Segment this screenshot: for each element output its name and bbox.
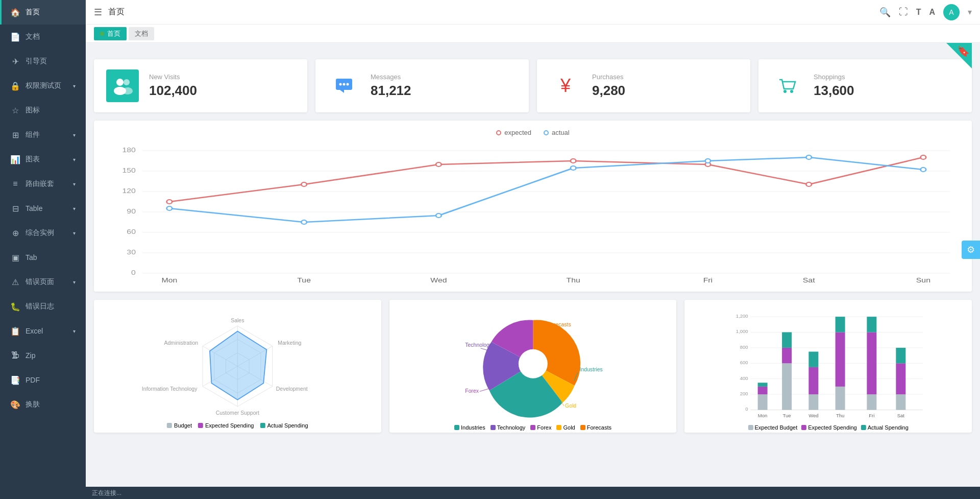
arrow-icon-4: ▾	[73, 181, 76, 187]
svg-text:Tue: Tue	[783, 413, 791, 418]
language-icon[interactable]: A	[929, 8, 935, 17]
purchases-value: 9,280	[592, 83, 625, 99]
svg-point-6	[343, 83, 346, 86]
svg-text:180: 180	[122, 147, 136, 154]
chevron-down-icon[interactable]: ▾	[968, 7, 972, 17]
sidebar-item-excel[interactable]: 📋 Excel ▾	[0, 319, 86, 343]
sidebar-item-tab[interactable]: ▣ Tab	[0, 245, 86, 270]
corner-bookmark-icon: 🔖	[957, 45, 970, 57]
svg-rect-94	[809, 367, 819, 394]
legend-expected-label: expected	[504, 129, 531, 136]
sidebar-item-theme[interactable]: 🎨 换肤	[0, 392, 86, 417]
text-size-icon[interactable]: T	[916, 8, 921, 17]
visits-icon-box	[106, 69, 139, 102]
arrow-icon-8: ▾	[73, 328, 76, 334]
cart-icon	[777, 76, 797, 96]
tab-docs[interactable]: 文档	[129, 27, 154, 40]
sidebar-item-charts[interactable]: 📊 图表 ▾	[0, 147, 86, 172]
sidebar-item-pdf[interactable]: 📑 PDF	[0, 368, 86, 392]
svg-text:Thu: Thu	[836, 413, 844, 418]
tab-home[interactable]: 首页	[94, 27, 127, 40]
actual-legend-label: Actual Spending	[267, 422, 308, 429]
svg-text:30: 30	[127, 249, 136, 256]
sidebar-label-error-page: 错误页面	[26, 277, 54, 287]
tab-home-label: 首页	[107, 29, 120, 38]
sidebar-item-components[interactable]: ⊞ 组件 ▾	[0, 123, 86, 147]
actual-color-dot	[260, 423, 265, 428]
sidebar-item-home[interactable]: 🏠 首页	[0, 0, 86, 25]
icons-icon: ☆	[10, 105, 20, 115]
svg-text:60: 60	[127, 228, 136, 235]
sidebar-item-error-page[interactable]: ⚠ 错误页面 ▾	[0, 270, 86, 294]
svg-point-44	[806, 155, 812, 159]
svg-text:Administration: Administration	[164, 340, 199, 346]
svg-text:Mon: Mon	[161, 277, 177, 283]
svg-point-42	[571, 166, 576, 170]
svg-rect-102	[896, 394, 906, 410]
sidebar-item-error-log[interactable]: 🐛 错误日志	[0, 294, 86, 319]
radar-legend: Budget Expected Spending Actual Spending	[167, 422, 308, 429]
avatar[interactable]: A	[943, 4, 960, 20]
tabbar: 首页 文档	[86, 25, 980, 43]
pie-legend-forex: Forex	[530, 424, 551, 431]
sidebar-label-docs: 文档	[26, 32, 40, 41]
bar-expected-label: Expected Spending	[808, 424, 856, 431]
sidebar-item-zip[interactable]: 🗜 Zip	[0, 343, 86, 368]
table-icon: ⊟	[10, 203, 20, 213]
yen-icon: ¥	[560, 75, 571, 97]
search-icon[interactable]: 🔍	[879, 7, 891, 18]
svg-text:Industries: Industries	[579, 367, 602, 372]
sidebar-item-guide[interactable]: ✈ 引导页	[0, 49, 86, 74]
pie-chart-card: Forecasts Industries Gold Forex Technolo…	[389, 300, 677, 433]
svg-rect-101	[867, 317, 877, 332]
home-icon: 🏠	[10, 7, 20, 17]
forecasts-dot	[580, 425, 585, 430]
sidebar-label-permission: 权限测试页	[26, 81, 61, 90]
sidebar-item-docs[interactable]: 📄 文档	[0, 25, 86, 49]
sidebar-item-permission[interactable]: 🔒 权限测试页 ▾	[0, 74, 86, 98]
line-chart-legend: expected actual	[102, 129, 964, 136]
svg-point-10	[790, 90, 793, 93]
svg-text:800: 800	[740, 344, 748, 350]
fullscreen-icon[interactable]: ⛶	[899, 7, 908, 17]
svg-point-33	[301, 182, 307, 186]
svg-rect-95	[809, 352, 819, 367]
sidebar-label-route: 路由嵌套	[26, 179, 54, 188]
shopping-icon-box	[771, 69, 803, 102]
sidebar-label-zip: Zip	[26, 351, 35, 360]
menu-toggle-icon[interactable]: ☰	[94, 7, 102, 18]
bar-actual-label: Actual Spending	[868, 424, 909, 431]
svg-point-7	[347, 83, 349, 86]
messages-info: Messages 81,212	[371, 73, 411, 99]
chat-icon	[334, 76, 354, 96]
page-title: 首页	[108, 7, 125, 17]
expected-legend-label: Expected Spending	[205, 422, 254, 429]
pie-legend-technology: Technology	[491, 424, 526, 431]
sidebar-item-route[interactable]: ≡ 路由嵌套 ▾	[0, 172, 86, 196]
sidebar-label-home: 首页	[26, 8, 40, 17]
gold-dot	[556, 425, 561, 430]
bar-chart-card: 1,200 1,000 800 600 400 200 0	[684, 300, 972, 433]
svg-text:400: 400	[740, 375, 748, 381]
header: ☰ 首页 🔍 ⛶ T A A ▾	[86, 0, 980, 25]
svg-point-40	[301, 220, 307, 224]
sidebar-item-composite[interactable]: ⊕ 综合实例 ▾	[0, 221, 86, 245]
forecasts-label: Forecasts	[587, 424, 611, 431]
svg-marker-8	[340, 90, 344, 93]
svg-text:Sat: Sat	[803, 277, 815, 283]
sidebar-item-icons[interactable]: ☆ 图标	[0, 98, 86, 123]
sidebar-label-table: Table	[26, 204, 42, 212]
legend-expected: expected	[496, 129, 531, 136]
stat-card-purchases: ¥ Purchases 9,280	[537, 59, 750, 112]
svg-point-45	[921, 168, 926, 172]
technology-dot	[491, 425, 496, 430]
components-icon: ⊞	[10, 130, 20, 140]
svg-point-62	[518, 349, 547, 378]
main-content: ☰ 首页 🔍 ⛶ T A A ▾ 首页 文档 🔖 ⚙	[86, 0, 980, 499]
svg-rect-104	[896, 348, 906, 363]
svg-rect-87	[758, 394, 768, 410]
sidebar-item-table[interactable]: ⊟ Table ▾	[0, 196, 86, 221]
pie-legend: Industries Technology Forex Gold	[454, 424, 611, 431]
pie-legend-forecasts: Forecasts	[580, 424, 611, 431]
settings-gear-button[interactable]: ⚙	[962, 241, 980, 259]
